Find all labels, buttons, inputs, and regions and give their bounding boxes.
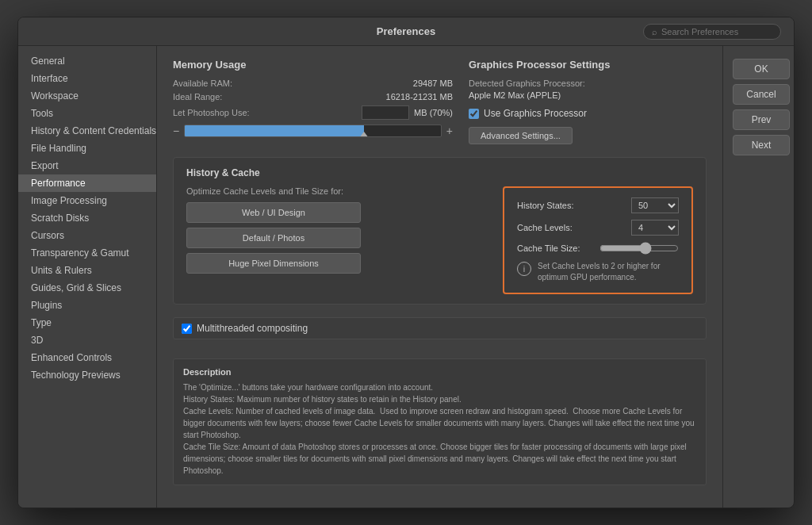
memory-slider-thumb: [359, 125, 369, 137]
sidebar-item-tech-previews[interactable]: Technology Previews: [18, 366, 156, 384]
history-cache-left: Optimize Cache Levels and Tile Size for:…: [186, 186, 471, 294]
memory-let-row: Let Photoshop Use: 20641 MB (70%): [173, 105, 453, 120]
backdrop: Preferences ⌕ General Interface Workspac…: [0, 0, 812, 525]
optimize-label: Optimize Cache Levels and Tile Size for:: [186, 186, 471, 196]
description-text: The 'Optimize...' buttons take your hard…: [183, 381, 696, 477]
dialog-body: General Interface Workspace Tools Histor…: [18, 46, 794, 508]
gpu-section: Graphics Processor Settings Detected Gra…: [469, 59, 707, 144]
cache-levels-label: Cache Levels:: [517, 223, 573, 232]
ideal-range-label: Ideal Range:: [173, 92, 222, 102]
memory-slider-fill: [185, 125, 364, 136]
cache-btn-huge[interactable]: Huge Pixel Dimensions: [186, 253, 361, 274]
description-title: Description: [183, 367, 696, 377]
available-ram-value: 29487 MB: [413, 79, 453, 88]
sidebar-item-performance[interactable]: Performance: [18, 174, 156, 192]
main-content: Memory Usage Available RAM: 29487 MB Ide…: [157, 46, 722, 508]
cache-btn-default[interactable]: Default / Photos: [186, 228, 361, 248]
memory-percent: MB (70%): [414, 108, 453, 117]
next-button[interactable]: Next: [733, 135, 790, 155]
cache-settings-box: History States: 50 20 100 Cache Levels:: [503, 186, 693, 294]
gpu-detected-label: Detected Graphics Processor:: [469, 79, 707, 88]
cache-tile-label: Cache Tile Size:: [517, 243, 580, 253]
multithreaded-checkbox[interactable]: [182, 324, 192, 334]
multithreaded-section: Multithreaded compositing: [173, 317, 707, 346]
cache-levels-select[interactable]: 4 2 6 8: [631, 220, 679, 236]
top-sections: Memory Usage Available RAM: 29487 MB Ide…: [173, 59, 707, 144]
history-cache-title: History & Cache: [186, 167, 693, 178]
cache-btn-web[interactable]: Web / UI Design: [186, 202, 361, 223]
search-input[interactable]: [661, 27, 772, 36]
slider-plus-icon[interactable]: +: [446, 125, 453, 137]
sidebar-item-guides-grid[interactable]: Guides, Grid & Slices: [18, 279, 156, 297]
dialog-title: Preferences: [377, 25, 435, 37]
ok-button[interactable]: OK: [733, 59, 790, 79]
cache-buttons: Web / UI Design Default / Photos Huge Pi…: [186, 202, 361, 274]
ideal-range-value: 16218-21231 MB: [386, 92, 453, 102]
gpu-title: Graphics Processor Settings: [469, 59, 707, 71]
sidebar-item-3d[interactable]: 3D: [18, 331, 156, 349]
memory-input-field[interactable]: 20641: [362, 105, 409, 120]
sidebar-item-units-rulers[interactable]: Units & Rulers: [18, 262, 156, 279]
use-gpu-row: Use Graphics Processor: [469, 108, 707, 119]
multithreaded-row: Multithreaded compositing: [173, 317, 707, 339]
slider-minus-icon[interactable]: −: [173, 125, 179, 137]
cache-info-text: Set Cache Levels to 2 or higher for opti…: [538, 261, 679, 283]
sidebar-item-tools[interactable]: Tools: [18, 105, 156, 122]
sidebar: General Interface Workspace Tools Histor…: [18, 46, 157, 508]
cache-levels-row: Cache Levels: 4 2 6 8: [517, 220, 679, 236]
sidebar-item-transparency[interactable]: Transparency & Gamut: [18, 244, 156, 262]
sidebar-item-type[interactable]: Type: [18, 314, 156, 331]
memory-usage-section: Memory Usage Available RAM: 29487 MB Ide…: [173, 59, 453, 144]
multithreaded-label: Multithreaded compositing: [197, 323, 308, 334]
description-section: Description The 'Optimize...' buttons ta…: [173, 358, 707, 485]
history-cache-section: History & Cache Optimize Cache Levels an…: [173, 157, 707, 305]
advanced-settings-button[interactable]: Advanced Settings...: [469, 127, 573, 144]
history-cache-row: Optimize Cache Levels and Tile Size for:…: [186, 186, 693, 294]
history-states-select[interactable]: 50 20 100: [631, 197, 679, 213]
sidebar-item-workspace[interactable]: Workspace: [18, 87, 156, 105]
memory-slider-container[interactable]: − +: [173, 125, 453, 137]
memory-input-row: 20641 MB (70%): [362, 105, 453, 120]
let-photoshop-label: Let Photoshop Use:: [173, 108, 250, 117]
sidebar-item-interface[interactable]: Interface: [18, 70, 156, 87]
sidebar-item-file-handling[interactable]: File Handling: [18, 140, 156, 157]
search-container[interactable]: ⌕: [643, 24, 781, 40]
action-buttons-panel: OK Cancel Prev Next: [722, 46, 794, 508]
cache-tile-row: Cache Tile Size:: [517, 242, 679, 255]
history-states-row: History States: 50 20 100: [517, 197, 679, 213]
sidebar-item-image-processing[interactable]: Image Processing: [18, 192, 156, 209]
sidebar-item-plugins[interactable]: Plugins: [18, 297, 156, 314]
cache-info-row: i Set Cache Levels to 2 or higher for op…: [517, 261, 679, 283]
sidebar-item-history[interactable]: History & Content Credentials: [18, 122, 156, 140]
cancel-button[interactable]: Cancel: [733, 84, 790, 105]
memory-usage-title: Memory Usage: [173, 59, 453, 71]
sidebar-item-general[interactable]: General: [18, 52, 156, 70]
cache-tile-slider[interactable]: [599, 242, 679, 255]
memory-available-row: Available RAM: 29487 MB: [173, 79, 453, 88]
prev-button[interactable]: Prev: [733, 109, 790, 130]
sidebar-item-enhanced-controls[interactable]: Enhanced Controls: [18, 349, 156, 366]
title-bar: Preferences ⌕: [18, 17, 794, 46]
search-icon: ⌕: [652, 27, 657, 36]
memory-slider[interactable]: [184, 125, 442, 137]
use-gpu-label: Use Graphics Processor: [484, 108, 587, 119]
gpu-detected-value: Apple M2 Max (APPLE): [469, 90, 707, 100]
sidebar-item-export[interactable]: Export: [18, 157, 156, 174]
sidebar-item-cursors[interactable]: Cursors: [18, 227, 156, 244]
memory-ideal-row: Ideal Range: 16218-21231 MB: [173, 92, 453, 102]
info-icon: i: [517, 262, 531, 276]
sidebar-item-scratch-disks[interactable]: Scratch Disks: [18, 209, 156, 227]
use-gpu-checkbox[interactable]: [469, 109, 479, 119]
preferences-dialog: Preferences ⌕ General Interface Workspac…: [17, 17, 795, 508]
history-states-label: History States:: [517, 201, 574, 210]
available-ram-label: Available RAM:: [173, 79, 232, 88]
